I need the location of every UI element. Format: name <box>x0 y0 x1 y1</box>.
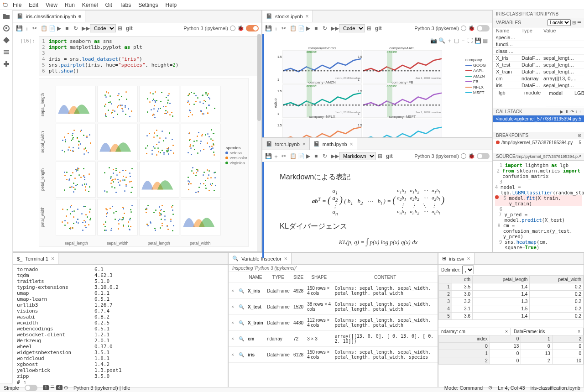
expand-icon[interactable]: ⛶ <box>467 37 473 44</box>
step-out-icon[interactable]: ↑ <box>579 109 581 114</box>
bug-icon[interactable]: 🐞 <box>468 153 475 159</box>
tab-math[interactable]: 📓 math.ipynb × <box>310 138 357 150</box>
variable-row[interactable]: X_testDataF…sepal_lengt… <box>493 62 584 68</box>
cut-icon[interactable]: ✂ <box>32 25 39 31</box>
save-icon[interactable]: 💾 <box>16 25 22 31</box>
plus-icon[interactable]: ＋ <box>447 37 452 44</box>
inspect-icon[interactable]: 🔍 <box>237 283 246 299</box>
inspect-icon[interactable]: 🔍 <box>237 315 246 331</box>
running-icon[interactable] <box>3 25 10 32</box>
scrollbar[interactable] <box>257 34 261 251</box>
celltype-select[interactable]: Code <box>339 24 365 32</box>
step-over-icon[interactable]: ↷ <box>570 109 574 114</box>
inspector-row[interactable]: ×🔍irisDataFrame6128150 rows × 4 colsColu… <box>229 347 438 363</box>
variable-row[interactable]: lgbmodulemodelLGBM…LGBMClassifier(…pltmo… <box>496 89 584 107</box>
minus-icon[interactable]: － <box>460 37 466 44</box>
tab-count[interactable]: 4 <box>56 385 63 390</box>
git-button[interactable]: git <box>386 153 393 159</box>
zoom-icon[interactable]: 🔍 <box>438 37 445 44</box>
clear-icon[interactable]: ⊘ <box>578 133 581 138</box>
copy-icon[interactable]: 📋 <box>41 25 47 31</box>
scope-select[interactable]: Locals <box>548 19 571 26</box>
kernel-name[interactable]: Python 3 (ipykernel) <box>414 153 459 159</box>
menu-help[interactable]: Help <box>162 1 181 9</box>
open-icon[interactable]: ↗ <box>578 154 581 159</box>
tab-terminal[interactable]: $_ Terminal 1 × <box>13 253 58 264</box>
tab-count[interactable]: 1 <box>43 385 49 390</box>
git-icon[interactable] <box>3 37 10 44</box>
notebook-content[interactable]: 📷 🔍 ＋ ▢ － ⛶ 💾 ▦ company=GOOG decline Jan <box>262 34 492 137</box>
code-editor[interactable]: 1import seaborn as sns2import matplotlib… <box>39 36 260 76</box>
variables-table[interactable]: NameTypeValue specia…functi…class …X_iri… <box>493 27 584 108</box>
debug-toggle[interactable] <box>477 153 490 159</box>
stop-icon[interactable]: ■ <box>314 153 321 159</box>
close-icon[interactable]: × <box>51 256 54 262</box>
save-icon[interactable]: 💾 <box>265 153 271 159</box>
close-icon[interactable]: × <box>350 141 353 147</box>
extension-icon[interactable] <box>3 60 10 68</box>
menu-edit[interactable]: Edit <box>25 1 42 9</box>
menu-git[interactable]: Git <box>102 1 116 9</box>
folder-icon[interactable] <box>3 13 10 20</box>
kernel-status[interactable]: Python 3 (ipykernel) | Idle <box>73 385 130 391</box>
bug-icon[interactable]: 🐞 <box>468 25 475 31</box>
menu-run[interactable]: Run <box>61 1 78 9</box>
stop-icon[interactable]: ■ <box>65 25 72 31</box>
variable-row[interactable]: X_irisDataF…sepal_lengt… <box>493 55 584 62</box>
simple-toggle[interactable] <box>25 385 37 391</box>
menu-tabs[interactable]: Tabs <box>116 1 135 9</box>
variable-row[interactable]: cmndarrayarray([[13, 0,… <box>493 75 584 82</box>
add-cell-icon[interactable]: ＋ <box>24 25 31 31</box>
inspector-row[interactable]: ×🔍X_irisDataFrame4928150 rows × 4 colsCo… <box>229 283 438 299</box>
tab-torch[interactable]: 📓 torch.ipynb × <box>262 138 310 150</box>
variable-row[interactable]: jsonmodulelgbmodulemodelLGBM…LGBMClassif… <box>493 89 584 108</box>
delimiter-select[interactable]: , <box>462 266 474 274</box>
notebook-content[interactable]: Markdownによる表記 abT = ( a1a2⋮an ) ( b1 b2 … <box>262 162 492 258</box>
callstack-frame[interactable]: <module> ipykernel_577/3876195394.py:5 <box>493 115 584 122</box>
notebook-content[interactable]: [16]: 1import seaborn as sns2import matp… <box>13 34 261 251</box>
terminal-body[interactable]: tornado6.1tqdm4.62.3traitlets5.1.0typing… <box>13 265 228 387</box>
toc-icon[interactable] <box>3 48 10 56</box>
camera-icon[interactable]: 📷 <box>430 37 437 44</box>
subtab-iris[interactable]: DataFrame: iris× <box>511 328 584 335</box>
delete-icon[interactable]: × <box>229 331 237 347</box>
tab-stocks[interactable]: 📓 stocks.ipynb × <box>262 10 313 22</box>
table-icon[interactable]: ☰ <box>577 20 581 25</box>
celltype-select[interactable]: Code <box>90 24 116 32</box>
variable-row[interactable]: class … <box>493 48 584 55</box>
git-button[interactable]: git <box>375 25 382 31</box>
vega-icon[interactable]: ⊞ <box>378 153 384 159</box>
delete-icon[interactable]: × <box>229 347 237 363</box>
delete-icon[interactable]: × <box>229 315 237 331</box>
inspector-table[interactable]: NAMETYPESIZESHAPECONTENT×🔍X_irisDataFram… <box>229 272 438 387</box>
cut-icon[interactable]: ✂ <box>282 25 288 31</box>
kernel-name[interactable]: Python 3 (ipykernel) <box>414 26 459 31</box>
restart-icon[interactable]: ↻ <box>323 25 329 31</box>
paste-icon[interactable]: 📄 <box>49 25 55 31</box>
vega-icon[interactable]: ⊞ <box>118 25 124 31</box>
close-icon[interactable]: × <box>302 141 306 147</box>
run-all-icon[interactable]: ▶▶ <box>331 153 337 159</box>
paste-icon[interactable]: 📄 <box>298 153 304 159</box>
menu-kernel[interactable]: Kernel <box>78 1 102 9</box>
menu-settings[interactable]: Settings <box>135 1 162 9</box>
paste-icon[interactable]: 📄 <box>298 25 304 31</box>
inspect-icon[interactable]: 🔍 <box>237 347 246 363</box>
continue-icon[interactable]: ▶ <box>560 109 563 114</box>
restart-icon[interactable]: ↻ <box>73 25 80 31</box>
inspect-icon[interactable]: 🔍 <box>237 299 246 315</box>
tree-icon[interactable]: ⊞ <box>572 20 576 25</box>
kernel-name[interactable]: Python 3 (ipykernel) <box>183 26 228 31</box>
csv-table[interactable]: dthpetal_lengthpetal_width13.51.40.223.0… <box>438 276 584 328</box>
variable-row[interactable]: irisDataF…sepal_lengt… <box>493 82 584 89</box>
breakpoint-item[interactable]: /tmp/ipykernel_577/3876195394.py 5 <box>493 139 584 146</box>
cut-icon[interactable]: ✂ <box>282 153 288 159</box>
delete-icon[interactable]: × <box>229 283 237 299</box>
debug-toggle[interactable] <box>477 25 490 31</box>
bug-icon[interactable]: 🐞 <box>237 25 244 31</box>
save-icon[interactable]: 💾 <box>265 25 271 31</box>
git-button[interactable]: git <box>126 25 133 31</box>
box-icon[interactable]: ▢ <box>454 37 459 44</box>
add-cell-icon[interactable]: ＋ <box>273 153 280 159</box>
close-icon[interactable]: × <box>306 13 309 20</box>
